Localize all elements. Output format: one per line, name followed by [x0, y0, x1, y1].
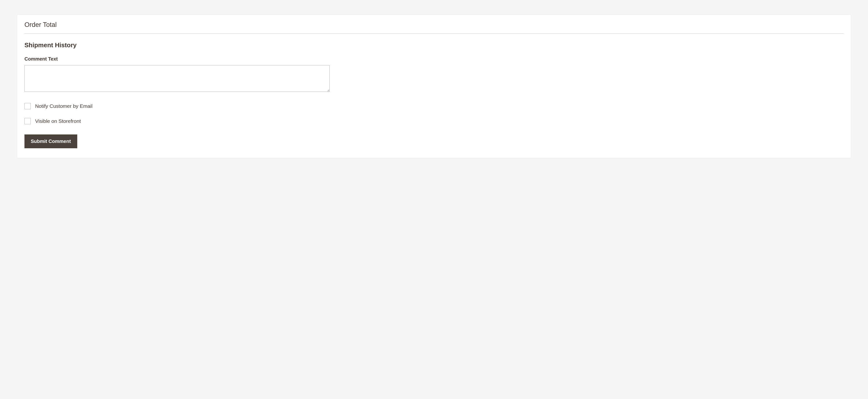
notify-customer-label[interactable]: Notify Customer by Email	[35, 103, 93, 109]
notify-customer-row: Notify Customer by Email	[25, 103, 843, 109]
order-total-panel: Order Total Shipment History Comment Tex…	[17, 14, 851, 158]
notify-customer-checkbox[interactable]	[25, 103, 31, 109]
submit-comment-button[interactable]: Submit Comment	[25, 134, 77, 148]
visible-storefront-row: Visible on Storefront	[25, 118, 843, 124]
comment-text-label: Comment Text	[25, 56, 843, 62]
visible-storefront-label[interactable]: Visible on Storefront	[35, 118, 81, 124]
section-title: Order Total	[25, 20, 843, 34]
visible-storefront-checkbox[interactable]	[25, 118, 31, 124]
comment-text-input[interactable]	[25, 65, 330, 92]
shipment-history-title: Shipment History	[25, 41, 843, 49]
